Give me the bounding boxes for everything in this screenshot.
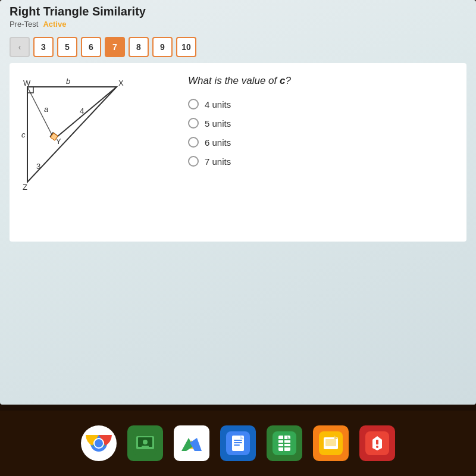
svg-rect-33 <box>234 444 240 446</box>
nav-btn-9[interactable]: 9 <box>152 37 173 57</box>
svg-rect-31 <box>234 440 242 441</box>
svg-text:W: W <box>23 79 31 87</box>
svg-point-22 <box>143 440 148 444</box>
quiz-area: W X Z Y b a 4 c 3 <box>10 63 466 242</box>
option-1[interactable]: 4 units <box>188 99 455 109</box>
nav-btn-6[interactable]: 6 <box>81 37 101 57</box>
keep-app-icon[interactable] <box>359 425 395 461</box>
svg-line-1 <box>54 87 117 139</box>
triangle-diagram: W X Z Y b a 4 c 3 <box>21 75 140 206</box>
options-list: 4 units 5 units 6 units 7 units <box>188 99 455 167</box>
screen-content: Right Triangle Similarity Pre-Test Activ… <box>0 0 476 405</box>
svg-text:a: a <box>44 105 48 114</box>
option-3[interactable]: 6 units <box>188 137 455 148</box>
svg-rect-23 <box>142 446 149 447</box>
svg-marker-0 <box>27 87 117 182</box>
svg-text:Y: Y <box>56 137 61 146</box>
nav-btn-3[interactable]: 3 <box>33 37 54 57</box>
taskbar <box>0 411 476 476</box>
svg-text:3: 3 <box>36 162 40 171</box>
slides-app-icon[interactable] <box>313 425 349 461</box>
drive-app-icon[interactable] <box>174 425 209 461</box>
chrome-app-icon[interactable] <box>81 425 117 461</box>
svg-text:4: 4 <box>80 107 84 115</box>
svg-point-48 <box>376 446 378 448</box>
diagram-area: W X Z Y b a 4 c 3 <box>21 75 152 230</box>
question-area: What is the value of c? 4 units 5 units … <box>164 75 455 230</box>
page-title: Right Triangle Similarity <box>10 5 466 18</box>
header: Right Triangle Similarity Pre-Test Activ… <box>0 0 476 35</box>
svg-line-2 <box>27 87 54 139</box>
nav-btn-prev[interactable]: ‹ <box>10 37 30 57</box>
radio-3[interactable] <box>188 137 199 148</box>
option-label-2: 5 units <box>205 118 231 129</box>
classroom-app-icon[interactable] <box>127 425 163 461</box>
svg-rect-32 <box>234 442 242 443</box>
svg-text:Z: Z <box>23 183 27 192</box>
option-label-1: 4 units <box>205 99 231 109</box>
question-text: What is the value of c? <box>188 75 455 87</box>
option-label-3: 6 units <box>205 137 231 148</box>
svg-rect-47 <box>376 440 378 444</box>
svg-rect-40 <box>283 436 284 451</box>
nav-btn-5[interactable]: 5 <box>57 37 77 57</box>
docs-app-icon[interactable] <box>220 425 256 461</box>
nav-btn-7[interactable]: 7 <box>105 37 125 57</box>
pretest-label: Pre-Test <box>10 20 38 29</box>
option-2[interactable]: 5 units <box>188 118 455 129</box>
active-badge: Active <box>43 20 66 29</box>
screen: Right Triangle Similarity Pre-Test Activ… <box>0 0 476 405</box>
radio-4[interactable] <box>188 156 199 167</box>
option-label-4: 7 units <box>205 156 231 167</box>
svg-text:c: c <box>21 130 26 139</box>
nav-btn-8[interactable]: 8 <box>129 37 149 57</box>
svg-point-18 <box>95 439 103 447</box>
svg-text:b: b <box>66 77 70 86</box>
svg-text:X: X <box>118 79 124 87</box>
nav-bar: ‹ 3 5 6 7 8 9 10 <box>0 35 476 63</box>
nav-btn-10[interactable]: 10 <box>176 37 196 57</box>
option-4[interactable]: 7 units <box>188 156 455 167</box>
svg-rect-44 <box>325 439 336 446</box>
radio-2[interactable] <box>188 118 199 129</box>
radio-1[interactable] <box>188 99 199 109</box>
subtitle-row: Pre-Test Active <box>10 20 466 29</box>
sheets-app-icon[interactable] <box>267 425 302 461</box>
